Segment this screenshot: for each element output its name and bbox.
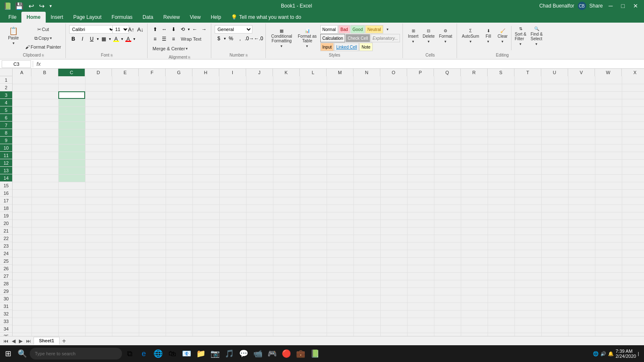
number-expand-icon[interactable]: ⎘ xyxy=(246,54,248,57)
cell-S22[interactable] xyxy=(488,235,514,242)
cell-G18[interactable] xyxy=(166,204,192,212)
cell-T12[interactable] xyxy=(514,159,541,167)
cell-F10[interactable] xyxy=(139,144,166,152)
cell-G15[interactable] xyxy=(166,182,192,189)
insert-dropdown[interactable]: ▾ xyxy=(412,39,414,44)
cell-D6[interactable] xyxy=(85,114,112,122)
cell-U2[interactable] xyxy=(541,84,568,91)
cell-J27[interactable] xyxy=(246,272,273,280)
cell-U11[interactable] xyxy=(541,152,568,159)
cell-O4[interactable] xyxy=(380,99,407,106)
cell-E1[interactable] xyxy=(112,76,139,84)
cell-P27[interactable] xyxy=(407,272,434,280)
cell-F20[interactable] xyxy=(139,220,166,227)
cell-T16[interactable] xyxy=(514,189,541,197)
taskbar-app5-btn[interactable]: 🎮 xyxy=(265,347,279,360)
cell-P13[interactable] xyxy=(407,167,434,174)
cell-O21[interactable] xyxy=(380,227,407,235)
cell-A1[interactable] xyxy=(13,76,31,84)
cell-G8[interactable] xyxy=(166,129,192,137)
font-size-select[interactable]: 11 xyxy=(112,25,129,34)
cell-W5[interactable] xyxy=(595,106,622,114)
cell-S28[interactable] xyxy=(488,280,514,287)
cell-M7[interactable] xyxy=(327,122,353,129)
cell-B18[interactable] xyxy=(31,204,58,212)
cell-E12[interactable] xyxy=(112,159,139,167)
cell-Q15[interactable] xyxy=(434,182,461,189)
style-linked-cell[interactable]: Linked Cell xyxy=(334,43,359,51)
styles-expand-btn[interactable]: ▾ xyxy=(384,25,392,34)
cell-P29[interactable] xyxy=(407,287,434,295)
cell-L21[interactable] xyxy=(300,227,327,235)
row-6[interactable]: 6 xyxy=(0,114,12,122)
alignment-expand-icon[interactable]: ⎘ xyxy=(188,56,190,59)
cell-X25[interactable] xyxy=(622,257,644,265)
col-header-o[interactable]: O xyxy=(380,69,407,76)
cell-O32[interactable] xyxy=(380,310,407,318)
cell-S21[interactable] xyxy=(488,227,514,235)
cell-H17[interactable] xyxy=(192,197,219,204)
cell-Q30[interactable] xyxy=(434,295,461,303)
autosum-btn[interactable]: Σ AutoSum ▾ xyxy=(460,25,481,47)
cell-L24[interactable] xyxy=(300,250,327,257)
font-expand-icon[interactable]: ⎘ xyxy=(111,54,113,57)
fill-color-btn[interactable]: A xyxy=(112,35,120,43)
taskbar-explorer-btn[interactable]: 📁 xyxy=(194,347,208,360)
cell-M3[interactable] xyxy=(327,91,353,99)
cell-K33[interactable] xyxy=(273,318,300,325)
cell-K26[interactable] xyxy=(273,265,300,272)
cell-E24[interactable] xyxy=(112,250,139,257)
cell-J33[interactable] xyxy=(246,318,273,325)
row-2[interactable]: 2 xyxy=(0,84,12,91)
cell-Q11[interactable] xyxy=(434,152,461,159)
cell-A28[interactable] xyxy=(13,280,31,287)
cell-R22[interactable] xyxy=(461,235,488,242)
cell-U19[interactable] xyxy=(541,212,568,220)
cell-S26[interactable] xyxy=(488,265,514,272)
cell-B10[interactable] xyxy=(31,144,58,152)
font-color-btn[interactable]: A xyxy=(124,35,132,43)
cell-V13[interactable] xyxy=(568,167,595,174)
cell-A32[interactable] xyxy=(13,310,31,318)
cell-F7[interactable] xyxy=(139,122,166,129)
cell-J25[interactable] xyxy=(246,257,273,265)
cell-S25[interactable] xyxy=(488,257,514,265)
cell-C18[interactable] xyxy=(58,204,85,212)
cell-I35[interactable] xyxy=(219,333,246,336)
cell-L8[interactable] xyxy=(300,129,327,137)
cell-K4[interactable] xyxy=(273,99,300,106)
cell-A35[interactable] xyxy=(13,333,31,336)
cell-D31[interactable] xyxy=(85,303,112,310)
cell-T18[interactable] xyxy=(514,204,541,212)
cell-T14[interactable] xyxy=(514,174,541,182)
cell-O18[interactable] xyxy=(380,204,407,212)
cell-W26[interactable] xyxy=(595,265,622,272)
cell-F35[interactable] xyxy=(139,333,166,336)
cell-B14[interactable] xyxy=(31,174,58,182)
align-top-btn[interactable]: ⬆ xyxy=(151,25,159,34)
cell-C27[interactable] xyxy=(58,272,85,280)
currency-btn[interactable]: $ xyxy=(215,34,223,43)
cell-E35[interactable] xyxy=(112,333,139,336)
cell-K23[interactable] xyxy=(273,242,300,250)
cell-I12[interactable] xyxy=(219,159,246,167)
cell-R33[interactable] xyxy=(461,318,488,325)
cell-V11[interactable] xyxy=(568,152,595,159)
cell-K24[interactable] xyxy=(273,250,300,257)
cell-K16[interactable] xyxy=(273,189,300,197)
cell-B13[interactable] xyxy=(31,167,58,174)
row-29[interactable]: 29 xyxy=(0,287,12,295)
cell-D10[interactable] xyxy=(85,144,112,152)
cell-P33[interactable] xyxy=(407,318,434,325)
cell-Q25[interactable] xyxy=(434,257,461,265)
cell-K18[interactable] xyxy=(273,204,300,212)
cell-W9[interactable] xyxy=(595,137,622,144)
cell-J23[interactable] xyxy=(246,242,273,250)
cell-I30[interactable] xyxy=(219,295,246,303)
cell-I27[interactable] xyxy=(219,272,246,280)
cell-V28[interactable] xyxy=(568,280,595,287)
cell-M10[interactable] xyxy=(327,144,353,152)
cell-M15[interactable] xyxy=(327,182,353,189)
cell-I31[interactable] xyxy=(219,303,246,310)
cell-I25[interactable] xyxy=(219,257,246,265)
